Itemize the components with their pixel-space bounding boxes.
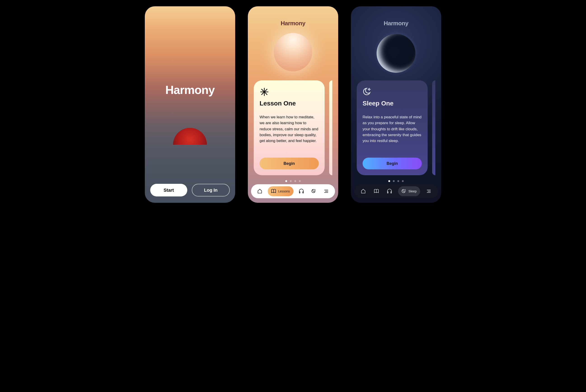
splash-screen: Harmony Start Log In — [145, 6, 235, 203]
moon-star-icon — [401, 188, 407, 194]
tab-home[interactable] — [255, 187, 264, 196]
login-button[interactable]: Log In — [192, 184, 230, 196]
page-dots — [351, 180, 441, 182]
tab-bar: Lessons — [251, 184, 335, 198]
begin-button[interactable]: Begin — [260, 158, 319, 169]
page-dot[interactable] — [388, 180, 390, 182]
app-logo-text: Harmony — [248, 20, 338, 27]
sleep-card[interactable]: Sleep One Relax into a peaceful state of… — [357, 80, 428, 175]
sleep-body: Relax into a peaceful state of mind as y… — [363, 114, 422, 152]
tab-listen[interactable] — [385, 187, 394, 196]
tab-listen[interactable] — [297, 187, 306, 196]
moon-star-icon — [311, 188, 316, 194]
tab-sleep-active[interactable]: Sleep — [398, 186, 420, 196]
tab-menu[interactable] — [424, 187, 433, 196]
page-dot[interactable] — [402, 180, 404, 182]
page-dot[interactable] — [397, 180, 399, 182]
sun-orb-graphic — [274, 33, 312, 71]
page-dot[interactable] — [393, 180, 395, 182]
tab-label: Sleep — [408, 190, 417, 193]
menu-icon — [426, 188, 431, 194]
tab-label: Lessons — [278, 190, 290, 193]
home-icon — [361, 188, 366, 194]
sleep-card-carousel[interactable]: Sleep One Relax into a peaceful state of… — [351, 80, 441, 175]
lesson-card[interactable]: Lesson One When we learn how to meditate… — [254, 80, 325, 175]
tab-home[interactable] — [359, 187, 368, 196]
next-card-peek[interactable] — [329, 80, 332, 175]
tab-lessons[interactable] — [372, 187, 381, 196]
lessons-screen: Harmony Lesson One When we learn how to … — [248, 6, 338, 203]
lesson-title: Lesson One — [260, 100, 319, 107]
splash-bg — [145, 6, 235, 203]
book-icon — [374, 188, 379, 194]
sleep-title: Sleep One — [363, 100, 422, 107]
headphones-icon — [386, 188, 392, 194]
tab-sleep[interactable] — [309, 187, 318, 196]
tab-lessons-active[interactable]: Lessons — [268, 186, 293, 196]
book-icon — [271, 188, 276, 194]
sparkle-star-icon — [260, 87, 269, 97]
menu-icon — [323, 188, 329, 194]
lesson-body: When we learn how to meditate, we are al… — [260, 114, 319, 152]
page-dot[interactable] — [299, 180, 301, 182]
tab-bar: Sleep — [354, 184, 438, 198]
sleep-screen: Harmony Sleep One Relax into a peaceful … — [351, 6, 441, 203]
lesson-card-carousel[interactable]: Lesson One When we learn how to meditate… — [248, 80, 338, 175]
next-card-peek[interactable] — [432, 80, 435, 175]
begin-button[interactable]: Begin — [363, 158, 422, 169]
tab-menu[interactable] — [322, 187, 331, 196]
eclipse-graphic — [373, 31, 419, 76]
moon-star-icon — [363, 87, 372, 97]
page-dot[interactable] — [294, 180, 296, 182]
app-logo-text: Harmony — [145, 83, 235, 97]
page-dot[interactable] — [285, 180, 287, 182]
headphones-icon — [298, 188, 304, 194]
page-dot[interactable] — [290, 180, 292, 182]
start-button[interactable]: Start — [150, 184, 187, 196]
app-logo-text: Harmony — [351, 20, 441, 27]
home-icon — [257, 188, 263, 194]
page-dots — [248, 180, 338, 182]
